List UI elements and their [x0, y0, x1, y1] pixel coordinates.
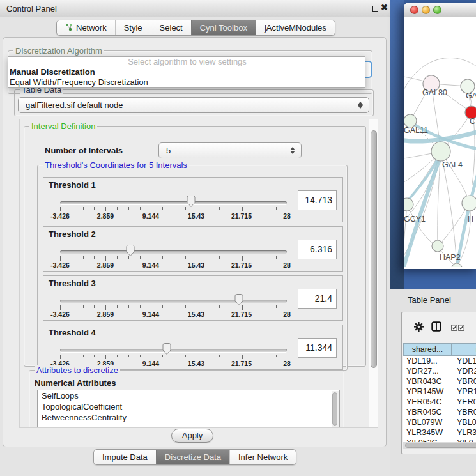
slider-thumb[interactable] — [186, 195, 196, 208]
desktop-shadow — [390, 0, 404, 289]
slider-track[interactable] — [60, 201, 287, 204]
threshold-value-field[interactable]: 21.4 — [298, 289, 337, 309]
table-row[interactable]: YBR043CYBR0 — [403, 376, 476, 387]
network-node-gal11[interactable] — [404, 114, 417, 127]
cell-name: YIL0 — [452, 438, 476, 442]
cell-shared-name: YBR043C — [403, 376, 452, 387]
cell-shared-name: YDR27... — [403, 366, 452, 376]
network-node-gal4[interactable] — [431, 142, 450, 161]
table-data-combobox[interactable]: galFiltered.sif default node — [18, 97, 369, 113]
attribute-list-item[interactable]: SelfLoops — [38, 390, 339, 401]
cell-shared-name: YBL079W — [403, 417, 452, 427]
numerical-attributes-label: Numerical Attributes — [35, 378, 116, 388]
slider-track[interactable] — [60, 349, 287, 352]
minimize-traffic-light-icon[interactable] — [422, 6, 430, 14]
tab-impute-data[interactable]: Impute Data — [94, 450, 156, 464]
table-row[interactable]: YPR145WYPR1 — [403, 387, 476, 397]
tab-network[interactable]: Network — [57, 20, 115, 35]
group-title: Discretization Algorithm — [13, 46, 104, 56]
cell-shared-name: YIL052C — [403, 438, 452, 442]
network-node-h[interactable] — [462, 196, 476, 211]
slider-scale-label: 21.715 — [226, 212, 257, 220]
cell-shared-name: YPR145W — [403, 387, 452, 397]
slider-ticks — [60, 256, 288, 261]
close-icon[interactable]: ✖ — [381, 3, 388, 12]
table-row[interactable]: YER054CYER0 — [403, 397, 476, 407]
slider-thumb[interactable] — [162, 342, 172, 355]
tab-infer-network[interactable]: Infer Network — [229, 450, 296, 464]
attribute-list-item[interactable]: TopologicalCoefficient — [38, 401, 339, 412]
network-canvas[interactable]: GAL80GACGAL11GAL4GCY1HHAP2 — [404, 17, 476, 267]
number-of-intervals-combobox[interactable]: 5 — [158, 142, 302, 158]
dropdown-option[interactable]: Manual Discretization — [8, 67, 365, 77]
slider-scale-label: 21.715 — [226, 311, 257, 318]
cell-shared-name: YDL19... — [403, 356, 452, 366]
table-horizontal-scrollbar[interactable] — [403, 442, 476, 449]
slider-scale-label: 2.859 — [90, 261, 121, 269]
tab-style[interactable]: Style — [115, 20, 151, 35]
node-table: shared...na YDL19...YDL1YDR27...YDR2YBR0… — [401, 312, 476, 454]
checkbox-icon[interactable] — [451, 323, 457, 333]
spinner-arrows-icon — [358, 101, 363, 109]
float-window-icon[interactable] — [372, 6, 378, 12]
threshold-4-box: Threshold 4-3.4262.8599.14415.4321.71528… — [43, 325, 343, 370]
tab-label: Cyni Toolbox — [200, 23, 247, 33]
table-rows: YDL19...YDL1YDR27...YDR2YBR043CYBR0YPR14… — [403, 356, 476, 442]
slider-scale-label: 28 — [272, 261, 302, 269]
table-data-selected-value: galFiltered.sif default node — [26, 100, 123, 110]
table-row[interactable]: YBR045CYBR0 — [403, 407, 476, 417]
column-header[interactable]: shared... — [403, 343, 452, 356]
slider-thumb[interactable] — [125, 244, 135, 257]
number-of-intervals-label: Number of Intervals — [45, 146, 123, 155]
top-tab-strip: NetworkStyleSelectCyni ToolboxjActiveMNo… — [56, 20, 335, 36]
slider-scale-label: -3.426 — [45, 212, 75, 220]
close-traffic-light-icon[interactable] — [410, 6, 418, 14]
tab-jactivemnodules[interactable]: jActiveMNodules — [256, 20, 335, 35]
threshold-label: Threshold 4 — [49, 328, 96, 337]
threshold-value-field[interactable]: 11.344 — [298, 338, 337, 358]
table-row[interactable]: YLR345WYLR3 — [403, 427, 476, 438]
attributes-list-scrollbar[interactable] — [332, 391, 339, 428]
thresholds-coordinates-group: Threshold's Coordinates for 5 Intervals … — [37, 165, 348, 371]
window-title: Control Panel — [6, 4, 57, 13]
gear-icon[interactable] — [413, 321, 424, 334]
settings-vertical-scrollbar[interactable] — [369, 119, 378, 428]
slider-scale-label: 28 — [272, 212, 302, 220]
slider-scale-label: 9.144 — [135, 261, 166, 269]
slider-scale-label: 21.715 — [226, 261, 257, 269]
zoom-traffic-light-icon[interactable] — [433, 6, 441, 14]
node-label: GAL80 — [422, 88, 447, 97]
cell-name: YLR3 — [452, 427, 476, 438]
table-row[interactable]: YBL079WYBL0 — [403, 417, 476, 427]
slider-thumb[interactable] — [234, 293, 244, 306]
apply-button[interactable]: Apply — [171, 429, 213, 443]
node-label: GAL4 — [442, 160, 463, 169]
network-window-titlebar[interactable] — [404, 3, 476, 17]
dropdown-option[interactable]: Equal Width/Frequency Discretization — [8, 77, 365, 88]
tab-select[interactable]: Select — [151, 20, 191, 35]
slider-scale-label: 15.43 — [181, 311, 211, 318]
slider-scale-label: -3.426 — [45, 261, 75, 269]
network-node-hap2[interactable] — [432, 240, 443, 252]
table-row[interactable]: YIL052CYIL0 — [403, 438, 476, 442]
slider-ticks — [60, 305, 288, 311]
checkbox-icon[interactable] — [458, 323, 464, 333]
table-row[interactable]: YDR27...YDR2 — [403, 366, 476, 376]
attribute-list-item[interactable]: BetweennessCentrality — [38, 412, 339, 423]
threshold-value-field[interactable]: 6.316 — [298, 240, 337, 259]
interval-definition-group: Interval Definition Number of Intervals … — [24, 126, 366, 367]
node-label: H — [468, 215, 473, 224]
slider-track[interactable] — [60, 250, 287, 254]
tab-discretize-data[interactable]: Discretize Data — [156, 450, 229, 464]
threshold-value-field[interactable]: 14.713 — [298, 190, 337, 210]
table-panel-title: Table Panel — [408, 295, 451, 305]
numerical-attributes-list: SelfLoopsTopologicalCoefficientBetweenne… — [37, 390, 340, 428]
node-label: C — [470, 117, 475, 126]
columns-icon[interactable] — [431, 321, 441, 334]
network-node-gcy1[interactable] — [404, 198, 413, 211]
column-header[interactable]: na — [452, 343, 476, 356]
slider-track[interactable] — [60, 300, 287, 303]
table-row[interactable]: YDL19...YDL1 — [403, 356, 476, 366]
tab-label: Infer Network — [238, 452, 288, 462]
tab-cyni-toolbox[interactable]: Cyni Toolbox — [191, 20, 256, 35]
